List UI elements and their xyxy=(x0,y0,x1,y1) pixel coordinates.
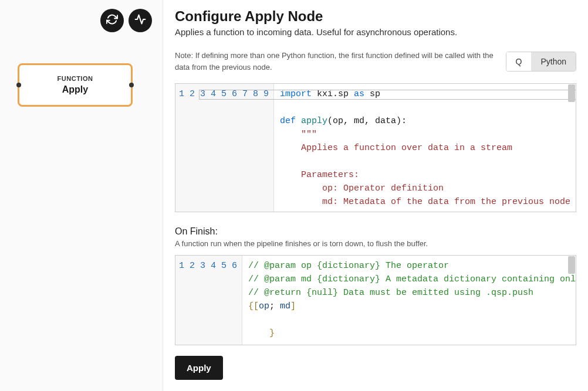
page-title: Configure Apply Node xyxy=(175,8,576,25)
editor-onfinish[interactable]: 1 2 3 4 5 6 // @param op {dictionary} Th… xyxy=(175,255,576,345)
editor-apply[interactable]: 1 2 3 4 5 6 7 8 9 import kxi.sp as sp de… xyxy=(175,83,576,212)
editor-content[interactable]: import kxi.sp as sp def apply(op, md, da… xyxy=(274,84,576,212)
note-text: Note: If defining more than one Python f… xyxy=(175,50,496,73)
canvas-toolbar xyxy=(100,9,152,32)
scrollbar[interactable] xyxy=(568,256,575,274)
apply-button[interactable]: Apply xyxy=(175,356,223,380)
refresh-icon xyxy=(106,13,118,28)
lang-python-button[interactable]: Python xyxy=(531,52,576,71)
activity-icon xyxy=(134,13,146,28)
node-title-label: Apply xyxy=(62,84,88,95)
editor-content[interactable]: // @param op {dictionary} The operator /… xyxy=(242,256,576,345)
language-toggle: Q Python xyxy=(506,52,576,72)
canvas-panel: FUNCTION Apply xyxy=(0,0,163,391)
node-category-label: FUNCTION xyxy=(58,75,93,82)
lang-q-button[interactable]: Q xyxy=(506,52,532,71)
scrollbar[interactable] xyxy=(568,84,575,102)
node-output-port[interactable] xyxy=(129,83,134,87)
node-function-apply[interactable]: FUNCTION Apply xyxy=(18,63,133,107)
node-input-port[interactable] xyxy=(16,83,21,87)
onfinish-desc: A function run when the pipeline finishe… xyxy=(175,239,576,248)
activity-button[interactable] xyxy=(129,9,152,32)
editor-gutter: 1 2 3 4 5 6 7 8 9 xyxy=(175,84,274,212)
onfinish-title: On Finish: xyxy=(175,226,576,237)
refresh-button[interactable] xyxy=(100,9,124,32)
editor-gutter: 1 2 3 4 5 6 xyxy=(175,256,242,345)
page-subtitle: Applies a function to incoming data. Use… xyxy=(175,27,576,37)
config-panel: Configure Apply Node Applies a function … xyxy=(163,0,588,391)
